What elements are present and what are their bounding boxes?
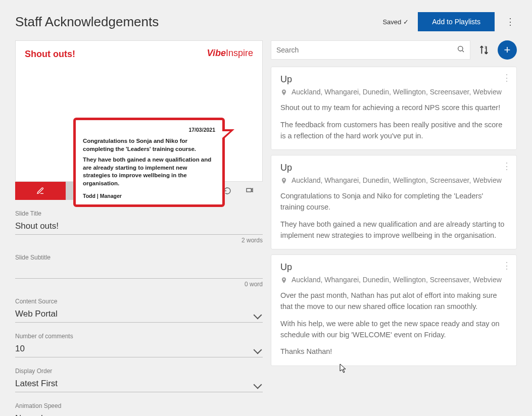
svg-rect-9 [247, 188, 251, 192]
speech-bubble: 17/03/2021 Congratulations to Sonja and … [73, 118, 225, 207]
page-header: Staff Acknowledgements Saved Add to Play… [15, 12, 517, 31]
slide-subtitle-label: Slide Subtitle [15, 254, 263, 261]
svg-text:9: 9 [485, 51, 487, 55]
present-button[interactable] [238, 182, 261, 200]
slide-author: Todd | Manager [83, 192, 215, 199]
content-source-label: Content Source [15, 298, 263, 305]
edit-tab-button[interactable] [15, 182, 66, 200]
page-title: Staff Acknowledgements [15, 14, 159, 30]
saved-indicator: Saved [382, 18, 409, 26]
add-button[interactable] [498, 40, 517, 60]
slide-date: 17/03/2021 [83, 126, 215, 133]
slide-paragraph-2: They have both gained a new qualificatio… [83, 156, 215, 187]
slide-subtitle-input[interactable] [15, 263, 263, 279]
more-menu-button[interactable] [504, 14, 517, 29]
animation-speed-select[interactable]: Normal [15, 411, 263, 416]
plus-icon [504, 43, 511, 57]
pencil-icon [36, 187, 44, 195]
location-pin-icon [280, 277, 287, 285]
search-input[interactable] [276, 46, 457, 54]
add-to-playlists-button[interactable]: Add to Playlists [418, 12, 495, 31]
comment-card[interactable]: UpAuckland, Whangarei, Dunedin, Wellingt… [271, 67, 517, 150]
sort-button[interactable]: 19 [478, 44, 490, 56]
card-more-button[interactable] [502, 260, 511, 271]
card-title: Up [280, 163, 507, 173]
comment-card[interactable]: UpAuckland, Whangarei, Dunedin, Wellingt… [271, 254, 517, 366]
check-icon [403, 18, 409, 26]
display-order-label: Display Order [15, 368, 263, 375]
sort-icon: 19 [478, 44, 490, 56]
slide-paragraph-1: Congratulations to Sonja and Niko for co… [83, 137, 215, 153]
present-icon [246, 187, 254, 195]
animation-speed-label: Animation Speed [15, 402, 263, 409]
card-location: Auckland, Whangarei, Dunedin, Wellington… [280, 88, 507, 97]
card-location: Auckland, Whangarei, Dunedin, Wellington… [280, 176, 507, 186]
card-title: Up [280, 74, 507, 85]
card-title: Up [280, 262, 507, 273]
display-order-select[interactable]: Latest First [15, 377, 263, 392]
num-comments-label: Number of comments [15, 333, 263, 340]
card-more-button[interactable] [502, 72, 511, 83]
svg-line-11 [462, 50, 464, 52]
location-pin-icon [280, 177, 287, 186]
card-location: Auckland, Whangarei, Dunedin, Wellington… [280, 276, 507, 285]
search-icon[interactable] [457, 45, 465, 55]
location-pin-icon [280, 89, 287, 97]
slide-title-input[interactable] [15, 219, 263, 235]
num-comments-select[interactable]: 10 [15, 342, 263, 357]
card-body: Over the past month, Nathan has put alot… [280, 290, 507, 357]
card-body: Congratulations to Sonja and Niko for co… [280, 191, 507, 241]
comment-card[interactable]: UpAuckland, Whangarei, Dunedin, Wellingt… [271, 155, 517, 249]
svg-point-10 [458, 46, 463, 51]
content-source-select[interactable]: Web Portal [15, 307, 263, 323]
slide-title-wordcount: 2 words [15, 237, 263, 244]
card-more-button[interactable] [502, 161, 511, 172]
search-box[interactable] [271, 40, 470, 60]
slide-preview: Shout outs! VibeInspire 17/03/2021 Congr… [15, 40, 263, 182]
vibe-inspire-logo: VibeInspire [207, 48, 253, 59]
card-body: Shout out to my team for achieving a rec… [280, 102, 507, 141]
svg-text:1: 1 [485, 45, 487, 49]
slide-subtitle-wordcount: 0 word [15, 281, 263, 288]
